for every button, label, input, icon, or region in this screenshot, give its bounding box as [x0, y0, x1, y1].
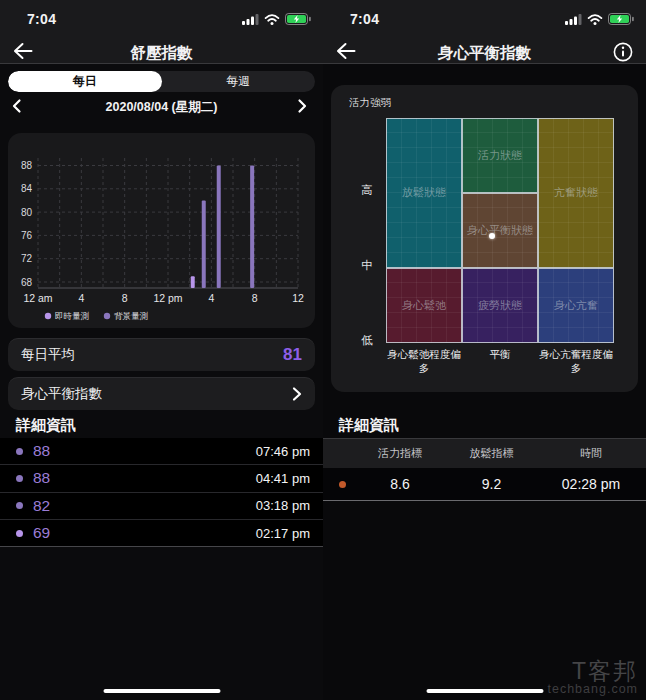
cell-time: 02:28 pm — [544, 476, 638, 492]
x-label-balanced: 平衡 — [462, 347, 538, 375]
balance-grid-chart: 放鬆狀態活力狀態身心平衡狀態亢奮狀態身心鬆弛疲勞狀態身心亢奮 — [386, 118, 614, 343]
details-section-title: 詳細資訊 — [339, 416, 399, 435]
cellular-signal-icon — [565, 14, 582, 25]
table-header-row: 活力指標 放鬆指標 時間 — [323, 438, 646, 468]
measurement-value: 88 — [33, 469, 93, 487]
measurement-value: 82 — [33, 497, 93, 515]
right-navbar: 7:04 身心平衡指數 — [323, 0, 646, 64]
svg-text:68: 68 — [21, 277, 33, 288]
measurement-dot — [16, 475, 23, 482]
svg-text:12 am: 12 am — [23, 292, 52, 304]
cellular-signal-icon — [242, 14, 259, 25]
watermark-site: techbang.com — [547, 683, 638, 696]
measurement-dot — [16, 448, 23, 455]
status-time: 7:04 — [27, 11, 56, 27]
cell-relax: 9.2 — [439, 476, 544, 492]
stress-index-screen: 7:04 舒壓指數 每日 每週 2020/08/04 (星期二) — [0, 0, 323, 700]
measurement-dot — [16, 530, 23, 537]
battery-charging-icon — [285, 13, 311, 25]
measurement-row[interactable]: 88 07:46 pm — [0, 438, 323, 465]
balance-region-label: 疲勞狀態 — [478, 298, 522, 313]
watermark-brand: T客邦 — [547, 659, 638, 683]
balance-region-label: 身心亢奮 — [554, 298, 598, 313]
balance-region: 疲勞狀態 — [462, 268, 538, 343]
home-indicator[interactable] — [103, 689, 220, 694]
left-navbar: 7:04 舒壓指數 — [0, 0, 323, 64]
tab-weekly[interactable]: 每週 — [162, 71, 316, 92]
next-day-chevron-icon[interactable] — [295, 98, 313, 116]
y-label-low: 低 — [355, 333, 379, 348]
x-label-excited: 身心亢奮程度偏多 — [538, 347, 614, 375]
tab-daily[interactable]: 每日 — [8, 71, 162, 92]
svg-text:76: 76 — [21, 230, 33, 241]
header-time: 時間 — [544, 446, 638, 461]
balance-region: 活力狀態 — [462, 118, 538, 193]
info-icon[interactable] — [612, 41, 634, 63]
header-relax: 放鬆指標 — [439, 446, 544, 461]
measurement-time: 04:41 pm — [256, 471, 310, 486]
status-icons — [242, 13, 311, 25]
measurement-time: 02:17 pm — [256, 526, 310, 541]
svg-text:4: 4 — [208, 292, 214, 304]
table-row[interactable]: 8.6 9.2 02:28 pm — [323, 468, 646, 501]
daily-average-label: 每日平均 — [21, 346, 75, 364]
chevron-right-icon — [292, 386, 302, 402]
svg-text:80: 80 — [21, 207, 33, 218]
date-navigator: 2020/08/04 (星期二) — [0, 96, 323, 118]
y-label-mid: 中 — [355, 258, 379, 273]
stress-chart-canvas: 68727680848812 am4812 pm4812即時量測背景量測 — [8, 133, 315, 328]
battery-charging-icon — [608, 13, 634, 25]
measurement-dot — [16, 502, 23, 509]
period-segmented-control: 每日 每週 — [8, 71, 315, 92]
balance-row-dot — [339, 481, 346, 488]
status-icons — [565, 13, 634, 25]
measurement-list: 88 07:46 pm 88 04:41 pm 82 03:18 pm 69 0… — [0, 438, 323, 547]
balance-region: 放鬆狀態 — [386, 118, 462, 268]
daily-average-card: 每日平均 81 — [8, 338, 315, 371]
svg-text:12 pm: 12 pm — [153, 292, 182, 304]
balance-index-link[interactable]: 身心平衡指數 — [8, 377, 315, 410]
measurement-value: 88 — [33, 442, 93, 460]
balance-chart-card: 活力強弱 高 中 低 放鬆狀態活力狀態身心平衡狀態亢奮狀態身心鬆弛疲勞狀態身心亢… — [331, 85, 638, 392]
balance-region: 身心平衡狀態 — [462, 193, 538, 268]
status-time: 7:04 — [350, 11, 379, 27]
svg-text:12: 12 — [292, 292, 304, 304]
prev-day-chevron-icon[interactable] — [10, 98, 28, 116]
cell-vitality: 8.6 — [361, 476, 439, 492]
measurement-row[interactable]: 69 02:17 pm — [0, 520, 323, 547]
balance-link-label: 身心平衡指數 — [21, 385, 102, 403]
balance-region: 身心亢奮 — [538, 268, 614, 343]
balance-region-label: 亢奮狀態 — [554, 185, 598, 200]
watermark: T客邦 techbang.com — [547, 659, 638, 696]
daily-average-value: 81 — [283, 345, 302, 365]
balance-region: 身心鬆弛 — [386, 268, 462, 343]
stress-bar-chart: 68727680848812 am4812 pm4812即時量測背景量測 — [8, 133, 315, 328]
home-indicator[interactable] — [426, 689, 543, 694]
wifi-icon — [587, 14, 603, 25]
svg-text:8: 8 — [252, 292, 258, 304]
header-vitality: 活力指標 — [361, 446, 439, 461]
page-title: 身心平衡指數 — [323, 43, 646, 64]
svg-text:4: 4 — [78, 292, 84, 304]
measurement-time: 07:46 pm — [256, 444, 310, 459]
svg-text:88: 88 — [21, 160, 33, 171]
measurement-row[interactable]: 88 04:41 pm — [0, 465, 323, 492]
page-title: 舒壓指數 — [0, 43, 323, 64]
measurement-time: 03:18 pm — [256, 498, 310, 513]
svg-text:即時量測: 即時量測 — [55, 311, 90, 321]
balance-region-label: 活力狀態 — [478, 148, 522, 163]
measurement-value: 69 — [33, 524, 93, 542]
svg-text:背景量測: 背景量測 — [114, 311, 149, 321]
svg-text:72: 72 — [21, 253, 33, 264]
current-date: 2020/08/04 (星期二) — [0, 96, 323, 118]
balance-region-label: 放鬆狀態 — [402, 185, 446, 200]
balance-index-screen: 7:04 身心平衡指數 活力強弱 高 中 低 放鬆狀態活力狀態身心平衡狀態亢奮狀… — [323, 0, 646, 700]
balance-region-label: 身心鬆弛 — [402, 298, 446, 313]
x-label-relaxed: 身心鬆弛程度偏多 — [386, 347, 462, 375]
x-axis-labels: 身心鬆弛程度偏多 平衡 身心亢奮程度偏多 — [386, 347, 614, 375]
measurement-row[interactable]: 82 03:18 pm — [0, 493, 323, 520]
balance-region: 亢奮狀態 — [538, 118, 614, 268]
details-section-title: 詳細資訊 — [16, 416, 76, 435]
vitality-axis-label: 活力強弱 — [349, 96, 391, 110]
svg-text:8: 8 — [122, 292, 128, 304]
